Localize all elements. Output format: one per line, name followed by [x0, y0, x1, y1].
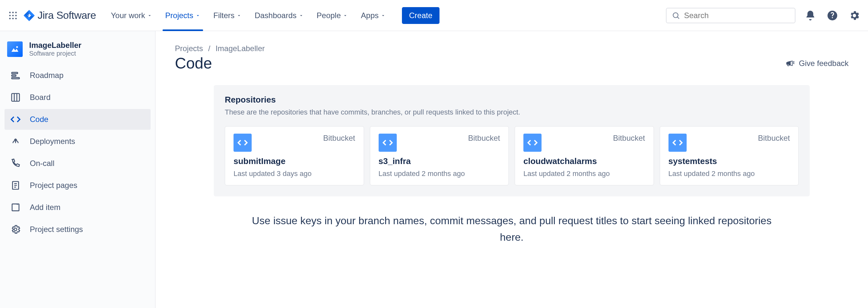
nav-label: Apps [361, 11, 379, 20]
nav-items: Your work Projects Filters Dashboards Pe… [105, 0, 392, 31]
help-button[interactable] [825, 8, 839, 23]
repo-updated: Last updated 2 months ago [669, 170, 790, 178]
nav-apps[interactable]: Apps [355, 0, 392, 31]
sidebar-item-add-item[interactable]: Add item [4, 197, 151, 218]
nav-label: Your work [111, 11, 145, 20]
repo-updated: Last updated 2 months ago [523, 170, 645, 178]
nav-your-work[interactable]: Your work [105, 0, 158, 31]
project-header[interactable]: ImageLabeller Software project [4, 41, 151, 65]
chevron-down-icon [380, 11, 386, 20]
nav-projects[interactable]: Projects [159, 0, 206, 31]
repo-icon [523, 134, 541, 152]
breadcrumb-root[interactable]: Projects [175, 44, 203, 53]
repositories-panel: Repositories These are the repositories … [214, 85, 810, 196]
add-item-icon [10, 202, 21, 213]
repo-name: s3_infra [379, 156, 500, 166]
repository-card[interactable]: Bitbucket cloudwatchalarms Last updated … [515, 126, 654, 185]
svg-point-7 [12, 18, 14, 20]
board-icon [10, 92, 21, 103]
repo-name: systemtests [669, 156, 790, 166]
search-box[interactable] [666, 8, 796, 23]
apps-grid-icon [8, 11, 18, 20]
repo-source: Bitbucket [758, 134, 790, 143]
sidebar-item-code[interactable]: Code [4, 109, 151, 130]
svg-rect-13 [12, 75, 16, 76]
nav-dashboards[interactable]: Dashboards [249, 0, 309, 31]
repository-cards: Bitbucket submitImage Last updated 3 day… [225, 126, 799, 185]
sidebar: ImageLabeller Software project Roadmap B… [0, 31, 155, 308]
chevron-down-icon [299, 11, 304, 20]
project-avatar-icon [10, 44, 20, 54]
svg-point-0 [9, 12, 11, 13]
svg-point-2 [15, 12, 17, 13]
svg-rect-12 [12, 72, 18, 74]
nav-filters[interactable]: Filters [208, 0, 247, 31]
nav-label: Filters [213, 11, 235, 20]
sidebar-item-board[interactable]: Board [4, 87, 151, 108]
nav-label: Projects [165, 11, 193, 20]
bell-icon [805, 10, 816, 21]
repo-name: cloudwatchalarms [523, 156, 645, 166]
settings-button[interactable] [847, 8, 862, 23]
project-avatar [7, 41, 23, 57]
repo-name: submitImage [234, 156, 355, 166]
breadcrumb-current[interactable]: ImageLabeller [215, 44, 265, 53]
app-switcher-button[interactable] [6, 9, 20, 22]
repository-card[interactable]: Bitbucket systemtests Last updated 2 mon… [660, 126, 799, 185]
on-call-icon [10, 158, 21, 169]
sidebar-item-project-settings[interactable]: Project settings [4, 219, 151, 240]
sidebar-item-label: Board [30, 93, 51, 102]
main-content: Projects / ImageLabeller Code Give feedb… [155, 31, 868, 308]
settings-icon [10, 224, 21, 235]
svg-point-18 [14, 228, 17, 231]
give-feedback-button[interactable]: Give feedback [785, 59, 848, 68]
sidebar-item-project-pages[interactable]: Project pages [4, 175, 151, 196]
chevron-down-icon [237, 11, 242, 20]
create-button[interactable]: Create [402, 7, 439, 24]
repo-source: Bitbucket [468, 134, 500, 143]
search-input[interactable] [684, 11, 789, 20]
sidebar-item-label: Roadmap [30, 71, 63, 80]
chevron-down-icon [147, 11, 152, 20]
code-icon [382, 137, 394, 148]
repo-source: Bitbucket [613, 134, 645, 143]
repository-card[interactable]: Bitbucket submitImage Last updated 3 day… [225, 126, 364, 185]
deployments-icon [10, 136, 21, 147]
repo-icon [379, 134, 397, 152]
code-icon [237, 137, 248, 148]
sidebar-item-roadmap[interactable]: Roadmap [4, 65, 151, 86]
notifications-button[interactable] [803, 8, 817, 23]
sidebar-item-label: Code [30, 115, 48, 124]
pages-icon [10, 179, 21, 191]
nav-label: Dashboards [254, 11, 296, 20]
svg-rect-15 [12, 94, 20, 101]
svg-point-4 [12, 14, 14, 16]
sidebar-item-label: On-call [30, 159, 54, 168]
nav-label: People [317, 11, 341, 20]
repo-icon [234, 134, 252, 152]
page-title: Code [175, 54, 212, 72]
topnav-right [666, 8, 862, 23]
sidebar-item-label: Project settings [30, 225, 83, 234]
product-name: Jira Software [37, 9, 96, 21]
sidebar-item-on-call[interactable]: On-call [4, 153, 151, 174]
page-header: Code Give feedback [175, 54, 848, 72]
jira-logo-icon [23, 10, 35, 21]
search-icon [672, 11, 680, 20]
megaphone-icon [785, 59, 795, 68]
sidebar-item-label: Project pages [30, 181, 78, 190]
chevron-down-icon [343, 11, 348, 20]
breadcrumb: Projects / ImageLabeller [175, 44, 848, 53]
sidebar-item-label: Add item [30, 203, 61, 212]
product-logo[interactable]: Jira Software [23, 9, 96, 21]
svg-point-5 [15, 14, 17, 16]
breadcrumb-separator: / [208, 44, 211, 53]
sidebar-item-deployments[interactable]: Deployments [4, 131, 151, 152]
gear-icon [848, 10, 860, 21]
nav-people[interactable]: People [311, 0, 354, 31]
sidebar-nav: Roadmap Board Code Deployments On-call P… [4, 65, 151, 240]
repository-card[interactable]: Bitbucket s3_infra Last updated 2 months… [370, 126, 509, 185]
chevron-down-icon [195, 11, 200, 20]
repositories-description: These are the repositories that have com… [225, 108, 799, 116]
repo-source: Bitbucket [323, 134, 355, 143]
